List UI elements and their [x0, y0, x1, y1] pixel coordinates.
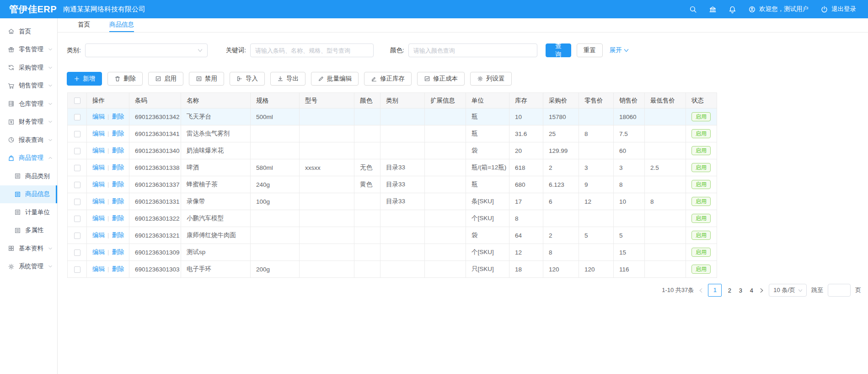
edit-link[interactable]: 编辑	[92, 198, 105, 205]
lock-screen-icon[interactable]	[709, 5, 717, 13]
sidebar-item-products[interactable]: 商品管理	[0, 149, 57, 168]
logout-button[interactable]: 退出登录	[820, 5, 856, 13]
delete-link[interactable]: 删除	[112, 147, 124, 154]
sidebar-item-finance[interactable]: 财务管理	[0, 113, 57, 131]
edit-link[interactable]: 编辑	[92, 147, 105, 154]
tab-product-info[interactable]: 商品信息	[109, 18, 134, 32]
next-page-icon[interactable]	[759, 288, 764, 293]
keyword-input[interactable]	[250, 43, 374, 57]
status-badge: 启用	[691, 163, 711, 172]
search-button[interactable]: 查询	[546, 43, 571, 57]
delete-link[interactable]: 删除	[112, 164, 124, 171]
search-icon[interactable]	[689, 5, 697, 13]
sidebar-item-reports[interactable]: 报表查询	[0, 131, 57, 149]
button-label: 列设置	[486, 75, 505, 83]
row-checkbox[interactable]	[74, 182, 80, 188]
grid-icon	[8, 245, 15, 252]
sidebar-item-purchase[interactable]: 采购管理	[0, 59, 57, 77]
delete-link[interactable]: 删除	[112, 232, 124, 238]
cell-stock: 618	[509, 159, 543, 176]
table-row: 编辑|删除 6901236301340 奶油味爆米花 袋 20 129.99 6…	[68, 142, 717, 159]
sidebar-item-product-category[interactable]: 商品类别	[0, 167, 57, 185]
enable-button[interactable]: 启用	[148, 72, 183, 86]
sidebar-item-retail[interactable]: 零售管理	[0, 41, 57, 59]
bell-icon[interactable]	[729, 5, 736, 13]
category-select[interactable]	[85, 43, 208, 57]
user-welcome[interactable]: 欢迎您，测试用户	[748, 5, 809, 13]
cell-barcode: 6901236301321	[129, 227, 181, 244]
edit-link[interactable]: 编辑	[92, 113, 105, 120]
cell-sale-price: 15	[614, 244, 645, 261]
jump-page-input[interactable]	[828, 284, 851, 297]
table-body: 编辑|删除 6901236301342 飞天茅台 500ml 瓶 10 1578…	[68, 108, 717, 278]
select-all-checkbox[interactable]	[74, 98, 80, 104]
page-4[interactable]: 4	[748, 287, 755, 294]
sidebar-item-label: 计量单位	[25, 208, 50, 217]
page-size-select[interactable]: 10 条/页	[769, 284, 807, 297]
export-button[interactable]: 导出	[270, 72, 305, 86]
delete-link[interactable]: 删除	[112, 181, 124, 188]
cell-category	[380, 244, 425, 261]
cell-purchase-price: 2	[543, 159, 579, 176]
expand-label: 展开	[610, 46, 622, 54]
import-button[interactable]: 导入	[230, 72, 265, 86]
edit-link[interactable]: 编辑	[92, 164, 105, 171]
cell-ext-info	[425, 159, 466, 176]
add-button[interactable]: 新增	[67, 72, 102, 86]
cell-barcode: 6901236301342	[129, 108, 181, 125]
cell-stock: 680	[509, 176, 543, 193]
cell-stock: 17	[509, 193, 543, 210]
row-checkbox[interactable]	[74, 148, 80, 154]
disable-button[interactable]: 禁用	[189, 72, 224, 86]
cell-retail-price: 8	[579, 125, 614, 142]
fix-stock-button[interactable]: 修正库存	[364, 72, 412, 86]
delete-link[interactable]: 删除	[112, 198, 124, 205]
sidebar-item-warehouse[interactable]: 仓库管理	[0, 95, 57, 113]
cell-color	[354, 244, 380, 261]
color-input[interactable]	[408, 43, 537, 57]
edit-link[interactable]: 编辑	[92, 232, 105, 238]
delete-link[interactable]: 删除	[112, 266, 124, 272]
reset-button[interactable]: 重置	[577, 43, 603, 57]
app-logo: 管伊佳ERP	[0, 3, 58, 16]
delete-link[interactable]: 删除	[112, 113, 124, 120]
delete-link[interactable]: 删除	[112, 215, 124, 222]
expand-link[interactable]: 展开	[610, 46, 629, 54]
fix-cost-button[interactable]: 修正成本	[417, 72, 465, 86]
prev-page-icon[interactable]	[698, 288, 703, 293]
column-settings-button[interactable]: 列设置	[470, 72, 512, 86]
row-checkbox[interactable]	[74, 199, 80, 205]
delete-link[interactable]: 删除	[112, 249, 124, 255]
edit-link[interactable]: 编辑	[92, 181, 105, 188]
row-checkbox[interactable]	[74, 131, 80, 137]
page-1[interactable]: 1	[708, 284, 722, 297]
row-checkbox[interactable]	[74, 216, 80, 222]
sidebar-item-basic-data[interactable]: 基本资料	[0, 239, 57, 258]
edit-link[interactable]: 编辑	[92, 249, 105, 255]
delete-link[interactable]: 删除	[112, 130, 124, 137]
page-2[interactable]: 2	[726, 287, 733, 294]
cell-min-price	[645, 176, 686, 193]
sidebar-item-home[interactable]: 首页	[0, 22, 57, 41]
delete-button[interactable]: 删除	[107, 72, 143, 86]
sidebar-item-product-info[interactable]: 商品信息	[0, 185, 57, 204]
row-checkbox[interactable]	[74, 165, 80, 171]
batch-edit-button[interactable]: 批量编辑	[311, 72, 359, 86]
row-checkbox[interactable]	[74, 266, 80, 273]
row-checkbox[interactable]	[74, 233, 80, 239]
cell-unit: 个[SKU]	[466, 210, 509, 227]
sidebar-item-units[interactable]: 计量单位	[0, 203, 57, 222]
link-separator: |	[107, 164, 109, 171]
bag-icon	[8, 155, 15, 162]
sidebar-item-sales[interactable]: 销售管理	[0, 77, 57, 95]
page-3[interactable]: 3	[737, 287, 744, 294]
row-checkbox[interactable]	[74, 114, 80, 120]
edit-link[interactable]: 编辑	[92, 266, 105, 272]
cell-color	[354, 142, 380, 159]
sidebar-item-multi-attr[interactable]: 多属性	[0, 222, 57, 240]
edit-link[interactable]: 编辑	[92, 215, 105, 222]
sidebar-item-system[interactable]: 系统管理	[0, 258, 57, 276]
edit-link[interactable]: 编辑	[92, 130, 105, 137]
tab-home[interactable]: 首页	[78, 18, 90, 32]
row-checkbox[interactable]	[74, 249, 80, 256]
